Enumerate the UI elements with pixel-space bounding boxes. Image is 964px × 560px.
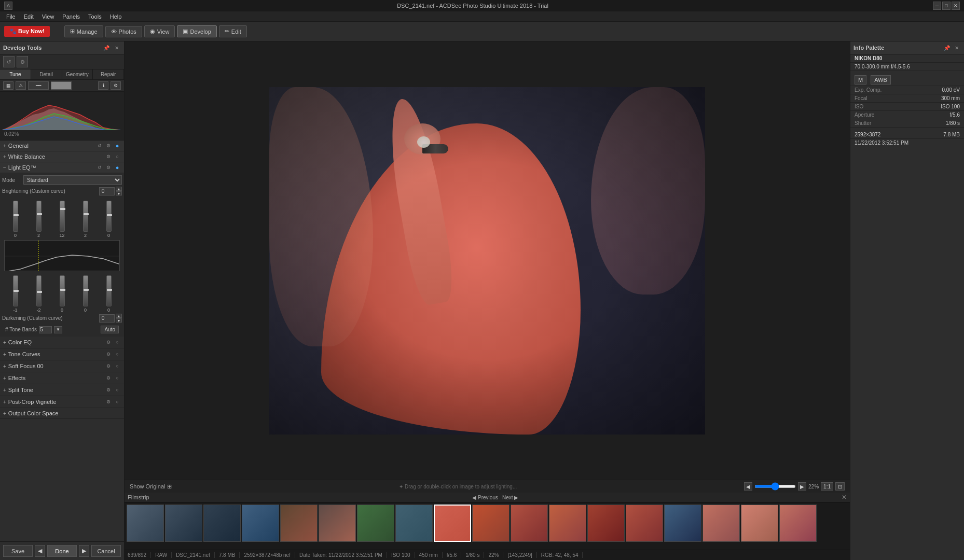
- info-icon[interactable]: ℹ: [98, 81, 108, 90]
- filmstrip-next-button[interactable]: Next ▶: [502, 495, 518, 500]
- brightening-up-button[interactable]: ▲: [116, 187, 122, 191]
- menu-view[interactable]: View: [38, 11, 59, 22]
- sliders-icon[interactable]: ━━: [28, 81, 49, 90]
- section-post-crop[interactable]: + Post-Crop Vignette ⚙ ○: [0, 396, 124, 408]
- mode-select[interactable]: Standard Advanced: [23, 175, 122, 185]
- light-eq-eye-button[interactable]: ●: [114, 164, 121, 171]
- settings-button[interactable]: ⚙: [17, 56, 28, 67]
- section-split-tone[interactable]: + Split Tone ⚙ ○: [0, 384, 124, 396]
- darkening-down-button[interactable]: ▼: [116, 318, 122, 323]
- thumb-18[interactable]: [779, 505, 817, 542]
- thumb-10[interactable]: [472, 505, 509, 542]
- thumb-2[interactable]: [165, 505, 202, 542]
- thumb-4[interactable]: [242, 505, 279, 542]
- panel-close-button[interactable]: ✕: [113, 44, 121, 52]
- thumb-3[interactable]: [203, 505, 241, 542]
- post-crop-gear-button[interactable]: ⚙: [105, 398, 112, 405]
- color-eq-gear-button[interactable]: ⚙: [105, 339, 112, 346]
- color-eq-eye-button[interactable]: ○: [114, 339, 121, 346]
- slider-bot-5[interactable]: [106, 275, 112, 306]
- slider-bot-4[interactable]: [83, 275, 88, 306]
- slider-3[interactable]: [60, 201, 65, 232]
- split-tone-gear-button[interactable]: ⚙: [105, 386, 112, 394]
- thumb-11[interactable]: [511, 505, 548, 542]
- section-white-balance[interactable]: + White Balance ⚙ ○: [0, 151, 124, 162]
- tone-bands-dropdown[interactable]: ▼: [54, 326, 62, 333]
- slider-4[interactable]: [83, 201, 88, 232]
- tab-tune[interactable]: Tune: [0, 69, 31, 79]
- effects-gear-button[interactable]: ⚙: [105, 374, 112, 382]
- zoom-down-button[interactable]: ◀: [744, 482, 752, 491]
- section-color-eq[interactable]: + Color EQ ⚙ ○: [0, 337, 124, 348]
- develop-button[interactable]: ▣ Develop: [177, 25, 216, 37]
- thumb-14[interactable]: [626, 505, 663, 542]
- zoom-up-button[interactable]: ▶: [798, 482, 806, 491]
- tone-curves-gear-button[interactable]: ⚙: [105, 351, 112, 358]
- slider-5[interactable]: [106, 201, 112, 232]
- section-light-eq[interactable]: − Light EQ™ ↺ ⚙ ●: [0, 162, 124, 173]
- section-effects[interactable]: + Effects ⚙ ○: [0, 372, 124, 384]
- curve-area[interactable]: [4, 240, 120, 271]
- thumb-15[interactable]: [664, 505, 701, 542]
- section-soft-focus[interactable]: + Soft Focus 00 ⚙ ○: [0, 360, 124, 372]
- close-button[interactable]: ✕: [952, 2, 960, 10]
- auto-button[interactable]: Auto: [101, 326, 119, 333]
- darkening-up-button[interactable]: ▲: [116, 314, 122, 318]
- zoom-slider[interactable]: [754, 485, 796, 488]
- tab-detail[interactable]: Detail: [31, 69, 62, 79]
- white-balance-icon[interactable]: [51, 81, 72, 90]
- section-output-color[interactable]: + Output Color Space: [0, 408, 124, 419]
- thumb-9-active[interactable]: [434, 505, 471, 542]
- thumb-6[interactable]: [319, 505, 356, 542]
- thumb-5[interactable]: [280, 505, 318, 542]
- prev-button[interactable]: ◀: [35, 545, 45, 557]
- warning-icon[interactable]: ⚠: [16, 81, 26, 90]
- menu-tools[interactable]: Tools: [84, 11, 106, 22]
- filmstrip-close-button[interactable]: ✕: [842, 494, 847, 501]
- light-eq-gear-button[interactable]: ⚙: [105, 164, 112, 171]
- panel-pin-button[interactable]: 📌: [102, 44, 111, 52]
- darkening-input[interactable]: [99, 314, 115, 323]
- light-eq-refresh-button[interactable]: ↺: [96, 164, 103, 171]
- menu-file[interactable]: File: [2, 11, 20, 22]
- slider-bot-3[interactable]: [60, 275, 65, 306]
- image-area[interactable]: [125, 41, 850, 480]
- menu-edit[interactable]: Edit: [20, 11, 38, 22]
- buy-now-button[interactable]: 🐾 Buy Now!: [4, 26, 50, 37]
- info-panel-close-button[interactable]: ✕: [953, 44, 961, 52]
- refresh-button[interactable]: ↺: [3, 56, 15, 67]
- soft-focus-eye-button[interactable]: ○: [114, 362, 121, 370]
- general-eye-button[interactable]: ●: [114, 142, 121, 149]
- menu-panels[interactable]: Panels: [58, 11, 84, 22]
- tone-curves-eye-button[interactable]: ○: [114, 351, 121, 358]
- thumb-8[interactable]: [395, 505, 433, 542]
- thumb-17[interactable]: [741, 505, 778, 542]
- cancel-button[interactable]: Cancel: [91, 545, 121, 557]
- effects-eye-button[interactable]: ○: [114, 374, 121, 382]
- view-button[interactable]: ◉ View: [144, 25, 175, 37]
- minimize-button[interactable]: ─: [933, 2, 941, 10]
- slider-bot-1[interactable]: [13, 275, 18, 306]
- general-refresh-button[interactable]: ↺: [96, 142, 103, 149]
- zoom-fit-button[interactable]: ⊡: [835, 482, 845, 491]
- general-gear-button[interactable]: ⚙: [105, 142, 112, 149]
- section-tone-curves[interactable]: + Tone Curves ⚙ ○: [0, 348, 124, 360]
- info-panel-pin-button[interactable]: 📌: [943, 44, 951, 52]
- slider-2[interactable]: [36, 201, 42, 232]
- main-image-container[interactable]: [269, 87, 705, 435]
- done-button[interactable]: Done: [47, 545, 77, 557]
- gear-icon[interactable]: ⚙: [111, 81, 121, 90]
- edit-button[interactable]: ✏ Edit: [219, 25, 247, 37]
- thumb-7[interactable]: [357, 505, 394, 542]
- thumb-16[interactable]: [703, 505, 740, 542]
- thumb-1[interactable]: [127, 505, 164, 542]
- thumb-12[interactable]: [549, 505, 586, 542]
- slider-1[interactable]: [13, 201, 18, 232]
- tone-bands-input[interactable]: [39, 326, 52, 333]
- slider-bot-2[interactable]: [36, 275, 42, 306]
- thumb-13[interactable]: [587, 505, 625, 542]
- brightening-down-button[interactable]: ▼: [116, 191, 122, 195]
- maximize-button[interactable]: □: [942, 2, 951, 10]
- soft-focus-gear-button[interactable]: ⚙: [105, 362, 112, 370]
- histogram-icon[interactable]: ▦: [3, 81, 13, 90]
